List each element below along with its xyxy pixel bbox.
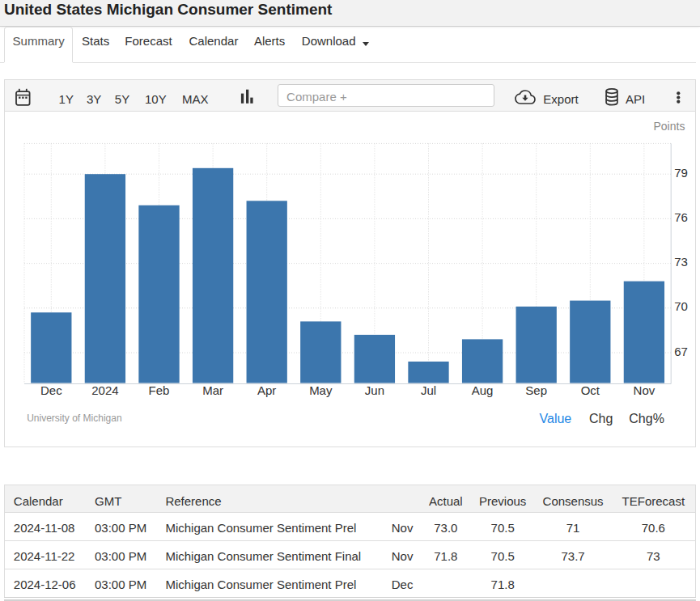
svg-text:67: 67: [674, 345, 688, 358]
svg-text:73: 73: [674, 255, 688, 269]
svg-text:Nov: Nov: [634, 383, 655, 397]
svg-text:Apr: Apr: [257, 383, 276, 397]
svg-text:70: 70: [674, 299, 688, 313]
svg-text:2024: 2024: [91, 383, 118, 397]
svg-text:Dec: Dec: [40, 383, 62, 397]
svg-text:Feb: Feb: [149, 383, 170, 397]
svg-text:May: May: [309, 383, 333, 397]
svg-text:Aug: Aug: [472, 383, 494, 397]
svg-text:Mar: Mar: [202, 383, 223, 397]
svg-text:Oct: Oct: [581, 383, 600, 397]
svg-text:79: 79: [674, 166, 688, 180]
svg-text:Jun: Jun: [365, 383, 384, 397]
svg-text:76: 76: [674, 210, 688, 224]
svg-text:Jul: Jul: [421, 383, 436, 397]
svg-text:Sep: Sep: [525, 383, 547, 397]
